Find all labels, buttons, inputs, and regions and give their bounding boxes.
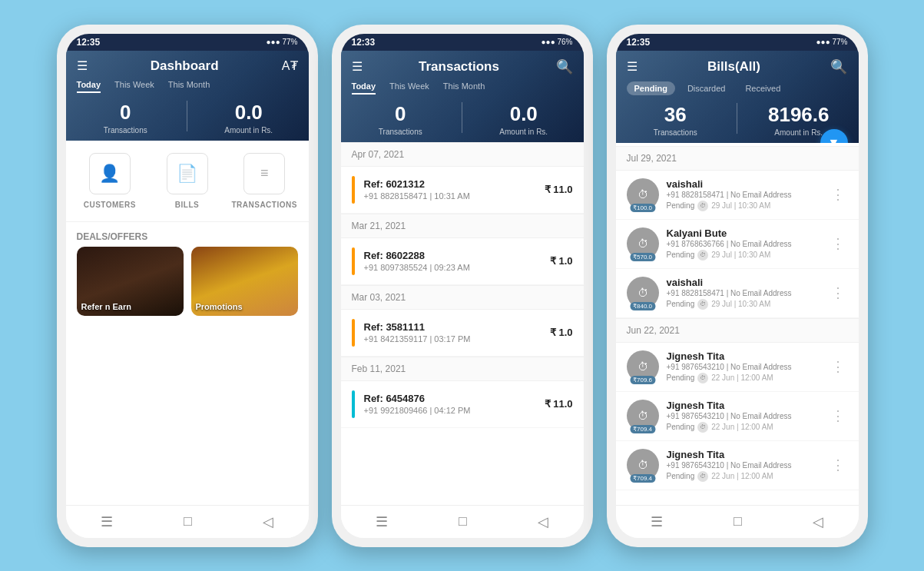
stat-value-transactions-1: 0 — [77, 101, 175, 124]
bill-item-jignesh-1[interactable]: ⏱ ₹709.6 Jignesh Tita +91 9876543210 | N… — [616, 343, 859, 392]
bill-info-vaishali-1: vaishali +91 8828158471 | No Email Addre… — [667, 178, 820, 211]
bill-item-vaishali-2[interactable]: ⏱ ₹840.0 vaishali +91 8828158471 | No Em… — [616, 269, 859, 318]
deal-card-promotions[interactable]: Promotions — [191, 247, 298, 316]
bottom-nav-menu-3[interactable]: ☰ — [641, 512, 672, 532]
bill-item-jignesh-3[interactable]: ⏱ ₹709.4 Jignesh Tita +91 9876543210 | N… — [616, 441, 859, 490]
header-tabs-1: Today This Week This Month — [77, 80, 298, 93]
stat-value-amount-3: 8196.6 — [750, 103, 848, 127]
header-banner-2: ☰ Transactions 🔍 Today This Week This Mo… — [341, 51, 584, 142]
transaction-item-8602288[interactable]: Ref: 8602288 +91 8097385524 | 09:23 AM ₹… — [341, 238, 584, 285]
phone-inner-bills: 12:35 ●●● 77% ☰ Bills(All) 🔍 Pending Dis… — [616, 34, 859, 538]
bill-status-icon-jignesh-1: ⏱ — [697, 373, 708, 383]
pill-tab-pending[interactable]: Pending — [627, 81, 675, 95]
signal-icon-1: ●●● 77% — [267, 38, 298, 46]
transactions-label: TRANSACTIONS — [231, 201, 296, 209]
header-top-2: ☰ Transactions 🔍 — [352, 58, 573, 75]
bill-more-jignesh-2[interactable]: ⋮ — [828, 407, 848, 424]
stat-amount-1: 0.0 Amount in Rs. — [200, 101, 298, 134]
bottom-nav-2: ☰ □ ◁ — [341, 505, 584, 538]
status-icons-2: ●●● 76% — [541, 38, 573, 46]
quick-action-bills[interactable]: 📄 BILLS — [151, 153, 224, 209]
bill-status-icon-jignesh-2: ⏱ — [697, 422, 708, 433]
bottom-nav-menu-1[interactable]: ☰ — [91, 512, 122, 532]
tab-week-1[interactable]: This Week — [114, 80, 154, 93]
bill-date-vaishali-2: 29 Jul | 10:30 AM — [711, 300, 770, 308]
phone-transactions: 12:33 ●●● 76% ☰ Transactions 🔍 Today Thi… — [332, 25, 593, 547]
bill-more-jignesh-3[interactable]: ⋮ — [828, 456, 848, 473]
pill-tab-discarded[interactable]: Discarded — [680, 81, 734, 95]
header-banner-3: ☰ Bills(All) 🔍 Pending Discarded Receive… — [616, 51, 859, 143]
phone-bills: 12:35 ●●● 77% ☰ Bills(All) 🔍 Pending Dis… — [607, 25, 868, 547]
status-bar-2: 12:33 ●●● 76% — [341, 34, 584, 51]
bill-status-row-kalyani: Pending ⏱ 29 Jul | 10:30 AM — [667, 250, 820, 261]
hamburger-icon-2[interactable]: ☰ — [352, 59, 363, 74]
bill-name-vaishali-1: vaishali — [667, 178, 820, 190]
bottom-nav-home-2[interactable]: □ — [449, 512, 476, 532]
bill-phone-vaishali-1: +91 8828158471 | No Email Address — [667, 191, 820, 199]
search-icon-3[interactable]: 🔍 — [830, 58, 847, 75]
phones-container: 12:35 ●●● 77% ☰ Dashboard A₮ Today This … — [57, 25, 868, 547]
date-divider-mar21: Mar 21, 2021 — [341, 214, 584, 238]
bottom-nav-home-1[interactable]: □ — [174, 512, 201, 532]
customers-label: CUSTOMERS — [84, 201, 136, 209]
date-divider-jul29: Jul 29, 2021 — [616, 146, 859, 171]
tab-month-2[interactable]: This Month — [443, 81, 485, 95]
stat-amount-2: 0.0 Amount in Rs. — [475, 102, 573, 136]
date-divider-feb11: Feb 11, 2021 — [341, 357, 584, 381]
bills-list: Jul 29, 2021 ⏱ ₹100.0 vaishali +91 88281… — [616, 143, 859, 505]
transaction-amount-6021312: ₹ 11.0 — [545, 184, 573, 195]
bottom-nav-back-3[interactable]: ◁ — [803, 512, 833, 532]
bill-more-kalyani[interactable]: ⋮ — [828, 235, 848, 252]
deal-card-label-promotions: Promotions — [196, 302, 243, 311]
transaction-info-6454876: Ref: 6454876 +91 9921809466 | 04:12 PM — [364, 393, 545, 415]
stat-label-transactions-2: Transactions — [352, 128, 450, 136]
bill-date-vaishali-1: 29 Jul | 10:30 AM — [711, 201, 770, 210]
bottom-nav-back-1[interactable]: ◁ — [253, 512, 283, 532]
bill-date-kalyani: 29 Jul | 10:30 AM — [711, 251, 770, 259]
hamburger-icon-1[interactable]: ☰ — [77, 58, 88, 73]
transaction-item-3581111[interactable]: Ref: 3581111 +91 8421359117 | 03:17 PM ₹… — [341, 310, 584, 357]
bill-status-row-jignesh-3: Pending ⏱ 22 Jun | 12:00 AM — [667, 471, 820, 482]
bill-phone-jignesh-3: +91 9876543210 | No Email Address — [667, 461, 820, 470]
bill-item-vaishali-1[interactable]: ⏱ ₹100.0 vaishali +91 8828158471 | No Em… — [616, 171, 859, 220]
bottom-nav-back-2[interactable]: ◁ — [528, 512, 558, 532]
tab-week-2[interactable]: This Week — [389, 81, 429, 95]
transaction-item-6454876[interactable]: Ref: 6454876 +91 9921809466 | 04:12 PM ₹… — [341, 381, 584, 428]
status-icons-3: ●●● 77% — [816, 38, 848, 46]
bill-avatar-jignesh-3: ⏱ ₹709.4 — [627, 449, 659, 481]
transaction-item-6021312[interactable]: Ref: 6021312 +91 8828158471 | 10:31 AM ₹… — [341, 167, 584, 214]
deal-card-refer[interactable]: Refer n Earn — [77, 247, 184, 316]
translate-icon-1[interactable]: A₮ — [282, 58, 298, 73]
bill-more-vaishali-1[interactable]: ⋮ — [828, 186, 848, 203]
bill-status-pending-jignesh-2: Pending — [667, 423, 695, 431]
bill-avatar-amount-jignesh-2: ₹709.4 — [630, 425, 655, 433]
bill-phone-vaishali-2: +91 8828158471 | No Email Address — [667, 289, 820, 297]
bill-name-jignesh-2: Jignesh Tita — [667, 400, 820, 411]
phone-inner-dashboard: 12:35 ●●● 77% ☰ Dashboard A₮ Today This … — [66, 34, 309, 538]
phone-dashboard: 12:35 ●●● 77% ☰ Dashboard A₮ Today This … — [57, 25, 318, 547]
transaction-amount-8602288: ₹ 1.0 — [550, 255, 573, 267]
bottom-nav-home-3[interactable]: □ — [724, 512, 751, 532]
bill-status-pending-jignesh-1: Pending — [667, 373, 695, 382]
customers-icon: 👤 — [89, 153, 131, 194]
header-banner-1: ☰ Dashboard A₮ Today This Week This Mont… — [66, 51, 309, 141]
status-bar-3: 12:35 ●●● 77% — [616, 34, 859, 51]
quick-action-transactions[interactable]: ≡ TRANSACTIONS — [228, 153, 301, 209]
bill-item-jignesh-2[interactable]: ⏱ ₹709.4 Jignesh Tita +91 9876543210 | N… — [616, 392, 859, 441]
bill-item-kalyani[interactable]: ⏱ ₹570.0 Kalyani Bute +91 8768636766 | N… — [616, 220, 859, 269]
bill-status-row-vaishali-2: Pending ⏱ 29 Jul | 10:30 AM — [667, 299, 820, 310]
tab-month-1[interactable]: This Month — [168, 80, 210, 93]
header-top-1: ☰ Dashboard A₮ — [77, 58, 298, 74]
pill-tab-received[interactable]: Received — [737, 81, 788, 95]
quick-action-customers[interactable]: 👤 CUSTOMERS — [74, 153, 147, 209]
tab-today-1[interactable]: Today — [77, 80, 101, 93]
bill-more-vaishali-2[interactable]: ⋮ — [828, 284, 848, 301]
bottom-nav-menu-2[interactable]: ☰ — [366, 512, 397, 532]
search-icon-2[interactable]: 🔍 — [556, 58, 573, 75]
bill-info-vaishali-2: vaishali +91 8828158471 | No Email Addre… — [667, 277, 820, 310]
bill-more-jignesh-1[interactable]: ⋮ — [828, 358, 848, 375]
quick-actions: 👤 CUSTOMERS 📄 BILLS ≡ TRANSACTIONS — [66, 141, 309, 222]
transaction-ref-6021312: Ref: 6021312 — [364, 178, 545, 190]
hamburger-icon-3[interactable]: ☰ — [627, 59, 638, 74]
tab-today-2[interactable]: Today — [352, 81, 376, 95]
